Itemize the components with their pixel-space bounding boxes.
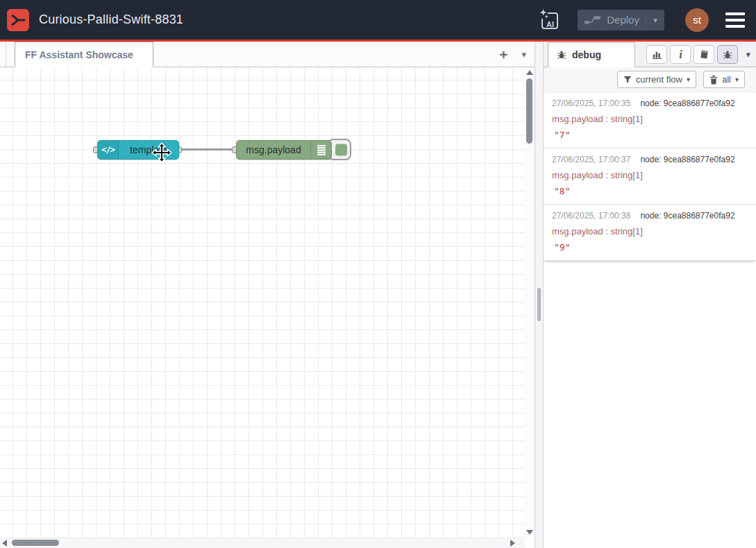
flow-tab-label: FF Assistant Showcase (25, 49, 133, 60)
clear-button-label: all (722, 74, 731, 85)
workspace: FF Assistant Showcase + ▾ (0, 42, 535, 548)
sidebar-tabs-caret[interactable]: ▾ (746, 49, 750, 60)
wire-template-to-debug[interactable] (178, 148, 237, 151)
node-debug[interactable]: msg.payload (236, 140, 332, 160)
debug-filter-button[interactable]: current flow ▾ (617, 71, 696, 88)
vertical-scroll-thumb[interactable] (526, 78, 532, 144)
header: Curious-Pallid-Swift-8831 AI Deploy ▾ st (0, 0, 756, 40)
sidebar-tab-debug-button[interactable] (717, 45, 738, 64)
instance-title: Curious-Pallid-Swift-8831 (39, 12, 183, 27)
canvas-horizontal-scrollbar[interactable] (0, 538, 525, 548)
scroll-down-arrow[interactable] (526, 530, 533, 535)
message-value: "7" (552, 130, 749, 140)
ai-sparkle-icon: AI (537, 8, 562, 33)
menu-bar (725, 12, 745, 15)
debug-message-list[interactable]: 27/06/2025, 17:00:35 node: 9cea886877e0f… (544, 92, 756, 548)
main-menu-button[interactable] (725, 12, 745, 28)
filter-funnel-icon (623, 76, 632, 84)
message-node-id: node: 9cea886877e0fa92 (640, 155, 734, 164)
message-property[interactable]: msg.payload : string[1] (552, 170, 749, 180)
splitter-handle[interactable] (537, 288, 541, 321)
debug-message[interactable]: 27/06/2025, 17:00:38 node: 9cea886877e0f… (544, 205, 756, 261)
debug-list-icon (310, 141, 331, 159)
message-timestamp: 27/06/2025, 17:00:35 (552, 99, 630, 108)
logo-glyph (10, 12, 26, 28)
node-red-app: Curious-Pallid-Swift-8831 AI Deploy ▾ st (0, 0, 756, 548)
message-property[interactable]: msg.payload : string[1] (552, 114, 749, 124)
sidebar: debug i (544, 42, 756, 548)
trash-icon (709, 75, 718, 85)
message-node-id: node: 9cea886877e0fa92 (640, 99, 734, 108)
help-book-icon (699, 49, 709, 60)
filter-caret: ▾ (687, 76, 690, 83)
sidebar-tab-info[interactable]: i (670, 45, 691, 64)
message-meta: 27/06/2025, 17:00:35 node: 9cea886877e0f… (552, 99, 749, 108)
message-meta: 27/06/2025, 17:00:37 node: 9cea886877e0f… (552, 155, 749, 164)
deploy-options-caret[interactable]: ▾ (646, 15, 657, 25)
tabbar-divider (6, 42, 6, 67)
template-code-icon: </> (98, 141, 119, 159)
scroll-up-arrow[interactable] (526, 70, 533, 75)
tabbar-actions: + ▾ (499, 42, 526, 67)
message-value: "8" (552, 186, 749, 196)
debug-message[interactable]: 27/06/2025, 17:00:35 node: 9cea886877e0f… (544, 92, 756, 148)
canvas-grid[interactable]: </> template msg.payload (0, 67, 525, 538)
filter-button-label: current flow (636, 74, 682, 85)
deploy-nodes-icon (585, 15, 600, 25)
node-template[interactable]: </> template (97, 140, 179, 160)
flow-tab[interactable]: FF Assistant Showcase (15, 42, 153, 67)
bar-chart-icon (652, 49, 662, 60)
message-meta: 27/06/2025, 17:00:38 node: 9cea886877e0f… (552, 211, 749, 221)
message-property[interactable]: msg.payload : string[1] (552, 226, 749, 237)
add-flow-button[interactable]: + (499, 47, 507, 62)
node-label: msg.payload (237, 141, 310, 159)
sidebar-tabbar: debug i (544, 42, 756, 67)
debug-clear-button[interactable]: all ▾ (703, 71, 745, 88)
flow-tabbar: FF Assistant Showcase + ▾ (0, 42, 535, 67)
bug-icon (723, 50, 732, 60)
debug-toggle-state (335, 144, 347, 155)
menu-bar (725, 19, 745, 22)
menu-bar (725, 25, 745, 28)
flowfuse-logo-icon[interactable] (7, 9, 29, 31)
ai-assistant-button[interactable]: AI (536, 7, 562, 33)
sidebar-tab-help[interactable] (694, 45, 714, 64)
message-timestamp: 27/06/2025, 17:00:37 (552, 155, 630, 164)
bug-icon (557, 50, 566, 60)
sidebar-tab-label: debug (572, 49, 601, 60)
scroll-left-arrow[interactable] (2, 540, 7, 547)
info-icon: i (679, 49, 682, 60)
horizontal-scroll-thumb[interactable] (12, 540, 59, 546)
flow-list-caret[interactable]: ▾ (521, 49, 526, 60)
user-avatar[interactable]: st (685, 8, 709, 32)
sidebar-splitter[interactable] (535, 42, 544, 548)
message-value: "9" (552, 242, 749, 252)
debug-toolbar: current flow ▾ all ▾ (544, 67, 756, 92)
sidebar-tab-dashboard[interactable] (646, 45, 667, 64)
svg-text:AI: AI (546, 19, 554, 28)
main-area: FF Assistant Showcase + ▾ (0, 42, 756, 548)
sidebar-tab-actions: i ▾ (646, 45, 750, 64)
deploy-button[interactable]: Deploy ▾ (578, 10, 664, 31)
flow-canvas[interactable]: </> template msg.payload (0, 67, 535, 548)
sidebar-tab-debug[interactable]: debug (548, 42, 635, 67)
deploy-label: Deploy (607, 14, 639, 26)
canvas-vertical-scrollbar[interactable] (525, 67, 535, 538)
node-label: template (119, 141, 178, 159)
message-node-id: node: 9cea886877e0fa92 (640, 211, 734, 221)
scroll-right-arrow[interactable] (510, 540, 515, 547)
debug-message[interactable]: 27/06/2025, 17:00:37 node: 9cea886877e0f… (544, 148, 756, 205)
message-timestamp: 27/06/2025, 17:00:38 (552, 211, 630, 221)
clear-caret: ▾ (735, 76, 739, 83)
